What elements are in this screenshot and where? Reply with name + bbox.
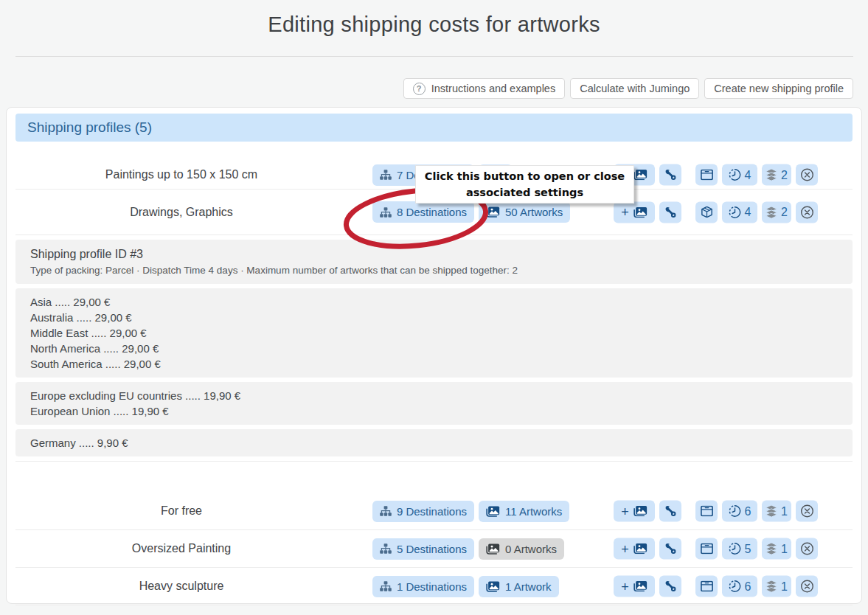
edit-profile-button[interactable] [659, 501, 681, 522]
max-artworks-button[interactable]: 1 [762, 538, 791, 560]
layers-icon [765, 580, 777, 593]
archive-box-icon [701, 170, 713, 181]
images-icon [486, 506, 500, 517]
artworks-label: 0 Artworks [505, 543, 557, 555]
create-label: Create new shipping profile [714, 83, 844, 94]
edit-profile-button[interactable] [659, 576, 681, 597]
add-artwork-button[interactable]: + [614, 576, 655, 597]
profile-id: Shipping profile ID #3 [30, 246, 838, 263]
x-circle-icon [800, 168, 814, 182]
dispatch-time-button[interactable]: 4 [722, 201, 757, 223]
images-icon [633, 170, 647, 181]
plus-icon: + [621, 580, 629, 593]
delete-profile-button[interactable] [796, 538, 818, 560]
dispatch-time-button[interactable]: 4 [722, 164, 757, 186]
delete-profile-button[interactable] [796, 501, 818, 522]
delete-profile-button[interactable] [796, 576, 818, 597]
price-group-germany: Germany ..... 9,90 € [15, 429, 853, 456]
packing-type-button[interactable] [695, 538, 718, 560]
images-icon [633, 206, 647, 218]
profile-name: Heavy sculpture [15, 580, 347, 593]
x-circle-icon [800, 205, 814, 219]
clock-icon [729, 169, 741, 181]
artworks-button[interactable]: 1 Artwork [479, 576, 559, 597]
sitemap-icon [380, 170, 392, 180]
max-artworks-button[interactable]: 2 [762, 201, 791, 223]
edit-profile-button[interactable] [659, 201, 681, 223]
profile-name: Oversized Painting [15, 542, 347, 555]
images-icon [633, 506, 647, 517]
wrench-icon [665, 581, 676, 592]
add-artwork-button[interactable]: + [614, 538, 655, 560]
packing-type-button[interactable] [695, 164, 718, 186]
destinations-label: 1 Destinations [397, 580, 467, 593]
shipping-costs-page: Editing shipping costs for artworks Inst… [0, 0, 868, 615]
dispatch-time-button[interactable]: 6 [722, 576, 757, 597]
clock-icon [729, 206, 741, 218]
add-artwork-button[interactable]: + [614, 201, 655, 223]
tooltip-text-line2: associated settings [416, 184, 633, 201]
profile-row-for-free: For free 9 Destinations 11 Artworks + [15, 493, 853, 530]
price-group-europe: Europe excluding EU countries ..... 19,9… [15, 382, 853, 425]
tooltip: Click this button to open or close assoc… [415, 165, 634, 204]
row-actions: + 4 2 [614, 201, 818, 223]
profile-meta: Type of packing: Parcel · Dispatch Time … [30, 263, 838, 278]
instructions-label: Instructions and examples [431, 83, 555, 94]
profile-name: Drawings, Graphics [15, 206, 347, 219]
edit-profile-button[interactable] [659, 164, 681, 186]
max-artworks-button[interactable]: 1 [762, 501, 791, 522]
price-line: South America ..... 29,00 € [30, 356, 838, 372]
artworks-button[interactable]: 50 Artworks [479, 201, 570, 223]
sitemap-icon [380, 506, 392, 516]
price-line: Asia ..... 29,00 € [30, 294, 838, 310]
toolbar: Instructions and examples Calculate with… [403, 78, 853, 99]
row-actions: + 5 1 [614, 538, 818, 560]
x-circle-icon [800, 542, 814, 556]
dispatch-time-button[interactable]: 6 [722, 501, 757, 522]
delete-profile-button[interactable] [796, 164, 818, 186]
price-line: North America ..... 29,00 € [30, 341, 838, 356]
images-icon [486, 581, 500, 592]
wrench-icon [665, 543, 676, 555]
x-circle-icon [800, 504, 814, 518]
artworks-button[interactable]: 11 Artworks [479, 501, 569, 522]
dispatch-time-button[interactable]: 5 [722, 538, 757, 560]
profile-name: Paintings up to 150 x 150 cm [15, 168, 347, 181]
calculate-jumingo-button[interactable]: Calculate with Jumingo [570, 78, 699, 99]
destinations-cell: 1 Destinations [347, 576, 474, 597]
plus-icon: + [621, 504, 629, 518]
dispatch-days: 6 [745, 504, 751, 518]
destinations-button[interactable]: 1 Destinations [372, 576, 474, 597]
instructions-button[interactable]: Instructions and examples [403, 78, 565, 99]
artworks-button[interactable]: 0 Artworks [479, 538, 564, 560]
packing-type-button[interactable] [695, 576, 718, 597]
spacer [15, 142, 853, 161]
profile-details-box: Shipping profile ID #3 Type of packing: … [15, 240, 853, 284]
delete-profile-button[interactable] [796, 201, 818, 223]
images-icon [486, 206, 500, 218]
images-icon [486, 543, 500, 555]
destinations-button[interactable]: 9 Destinations [372, 501, 474, 522]
max-artworks-count: 1 [781, 504, 788, 518]
packing-type-button[interactable] [695, 201, 718, 223]
price-line: Australia ..... 29,00 € [30, 310, 838, 325]
price-line: Europe excluding EU countries ..... 19,9… [30, 388, 838, 403]
wrench-icon [665, 506, 676, 517]
max-artworks-button[interactable]: 1 [762, 576, 791, 597]
layers-icon [765, 206, 777, 218]
max-artworks-count: 2 [781, 168, 788, 181]
dispatch-days: 5 [745, 542, 751, 555]
destinations-button[interactable]: 8 Destinations [372, 201, 474, 223]
max-artworks-button[interactable]: 2 [762, 164, 791, 186]
artworks-label: 50 Artworks [505, 206, 563, 218]
layers-icon [765, 543, 777, 555]
layers-icon [765, 169, 777, 181]
destinations-button[interactable]: 5 Destinations [372, 538, 474, 560]
create-profile-button[interactable]: Create new shipping profile [704, 78, 853, 99]
dispatch-days: 6 [745, 580, 751, 593]
spacer [15, 462, 853, 493]
layers-icon [765, 505, 777, 518]
add-artwork-button[interactable]: + [614, 501, 655, 522]
edit-profile-button[interactable] [659, 538, 681, 560]
packing-type-button[interactable] [695, 501, 718, 522]
